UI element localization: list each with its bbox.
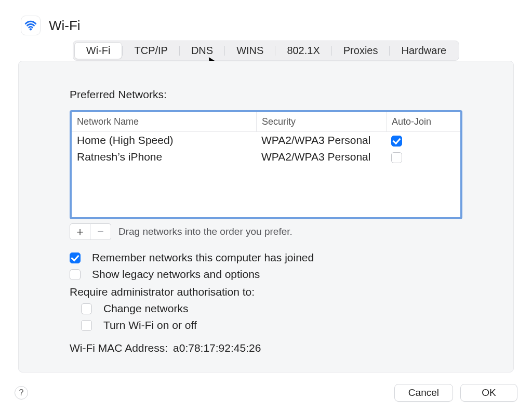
- preferred-networks-table[interactable]: Network Name Security Auto-Join Home (Hi…: [70, 110, 462, 219]
- require-admin-label: Require administrator authorisation to:: [70, 286, 462, 298]
- svg-point-0: [30, 28, 32, 30]
- col-header-name[interactable]: Network Name: [72, 112, 256, 131]
- wifi-icon: [21, 16, 41, 35]
- tabbar: Wi-FiTCP/IPDNSWINS802.1XProxiesHardware: [0, 41, 532, 61]
- mac-address-value: a0:78:17:92:45:26: [173, 342, 261, 354]
- req-change-label: Change networks: [103, 302, 188, 315]
- table-header: Network Name Security Auto-Join: [72, 112, 460, 132]
- cell-security: WPA2/WPA3 Personal: [256, 132, 386, 149]
- autojoin-checkbox[interactable]: [391, 136, 402, 147]
- dialog-footer: ? Cancel OK: [0, 380, 532, 402]
- tab-proxies[interactable]: Proxies: [332, 43, 390, 59]
- show-legacy-label: Show legacy networks and options: [92, 268, 260, 281]
- remove-network-button[interactable]: −: [90, 223, 111, 240]
- window-header: Wi-Fi: [0, 0, 532, 41]
- mac-address-label: Wi-Fi MAC Address:: [70, 342, 168, 354]
- tab-hardware[interactable]: Hardware: [390, 43, 458, 59]
- table-controls: ＋ − Drag networks into the order you pre…: [70, 223, 462, 240]
- col-header-security[interactable]: Security: [256, 112, 386, 131]
- cancel-button[interactable]: Cancel: [394, 384, 453, 402]
- options-block: Remember networks this computer has join…: [70, 251, 462, 331]
- ok-button[interactable]: OK: [460, 384, 517, 402]
- req-change-checkbox[interactable]: [81, 303, 92, 314]
- cell-network-name: Ratnesh’s iPhone: [72, 149, 256, 165]
- tab-8021x[interactable]: 802.1X: [275, 43, 331, 59]
- tab-wifi[interactable]: Wi-Fi: [74, 42, 123, 59]
- drag-hint-text: Drag networks into the order you prefer.: [118, 226, 292, 237]
- autojoin-checkbox[interactable]: [391, 152, 402, 163]
- help-button[interactable]: ?: [15, 386, 28, 400]
- remember-networks-label: Remember networks this computer has join…: [92, 251, 314, 264]
- preferred-networks-label: Preferred Networks:: [70, 88, 462, 101]
- add-network-button[interactable]: ＋: [70, 223, 90, 240]
- req-toggle-label: Turn Wi-Fi on or off: [103, 319, 197, 331]
- page-title: Wi-Fi: [49, 18, 81, 34]
- tab-wins[interactable]: WINS: [225, 43, 275, 59]
- table-row[interactable]: Home (High Speed)WPA2/WPA3 Personal: [72, 132, 460, 149]
- tab-tcpip[interactable]: TCP/IP: [123, 43, 179, 59]
- tab-dns[interactable]: DNS: [180, 43, 224, 59]
- col-header-autojoin[interactable]: Auto-Join: [386, 112, 460, 131]
- remember-networks-checkbox[interactable]: [70, 252, 81, 263]
- show-legacy-checkbox[interactable]: [70, 269, 81, 280]
- table-row[interactable]: Ratnesh’s iPhoneWPA2/WPA3 Personal: [72, 149, 460, 165]
- mac-address-row: Wi-Fi MAC Address: a0:78:17:92:45:26: [70, 342, 462, 354]
- cell-security: WPA2/WPA3 Personal: [256, 149, 386, 165]
- settings-panel: Preferred Networks: Network Name Securit…: [18, 61, 514, 373]
- req-toggle-checkbox[interactable]: [81, 320, 92, 331]
- cell-network-name: Home (High Speed): [72, 132, 256, 149]
